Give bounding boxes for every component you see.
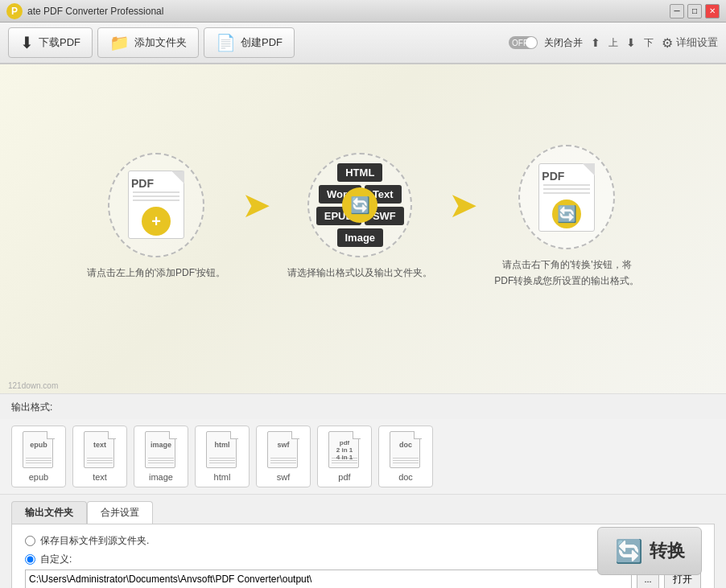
input-pdf-circle: PDF + — [108, 153, 204, 257]
html-file-icon: html — [206, 431, 238, 470]
minimize-button[interactable]: ─ — [670, 4, 684, 19]
image-tag: Image — [337, 228, 384, 247]
workflow-area: PDF + 请点击左上角的'添加PDF'按钮。 ➤ — [0, 64, 726, 394]
close-button[interactable]: ✕ — [705, 4, 720, 19]
toggle-knob — [526, 37, 537, 48]
app-icon: P — [6, 3, 23, 19]
format-image-button[interactable]: image image — [134, 426, 188, 487]
convert-label: 转换 — [650, 539, 685, 563]
step3-desc: 请点击右下角的'转换'按钮，将PDF转换成您所设置的输出格式。 — [494, 257, 639, 288]
format-circle: HTML Word Text EPUB SWF Image — [307, 153, 412, 257]
create-pdf-button[interactable]: 📄 创建PDF — [204, 27, 295, 58]
pdf-create-icon: 📄 — [216, 33, 236, 52]
html-tag: HTML — [337, 163, 382, 182]
folder-icon: 📁 — [109, 33, 130, 52]
html-label: html — [214, 472, 231, 482]
window-controls: ─ □ ✕ — [670, 4, 720, 19]
image-icon: image — [145, 431, 177, 470]
pdf2in1-icon: pdf2 in 14 in 1 — [328, 431, 361, 470]
step1: PDF + 请点击左上角的'添加PDF'按钮。 — [87, 153, 226, 281]
format-html-button[interactable]: html html — [195, 426, 250, 487]
toggle-track[interactable]: OFF — [509, 36, 538, 49]
workflow-diagram: PDF + 请点击左上角的'添加PDF'按钮。 ➤ — [87, 145, 640, 288]
merge-toggle-label: 关闭合并 — [544, 36, 583, 50]
step1-desc: 请点击左上角的'添加PDF'按钮。 — [87, 265, 226, 281]
app-title: ate PDF Converter Professional — [27, 6, 163, 17]
step2: HTML Word Text EPUB SWF Image — [287, 153, 432, 281]
image-label: image — [149, 472, 173, 482]
merge-toggle[interactable]: OFF 关闭合并 — [509, 36, 583, 50]
convert-icon: 🔄 — [615, 538, 643, 565]
settings-label: 详细设置 — [676, 35, 718, 50]
output-format-label: 输出格式: — [11, 401, 715, 414]
convert-button[interactable]: 🔄 转换 — [597, 527, 702, 575]
output-pdf-circle: PDF 🔄 — [518, 145, 615, 249]
download-pdf-label: 下载PDF — [39, 35, 80, 50]
gear-icon: ⚙ — [662, 35, 673, 51]
format-epub-button[interactable]: epub epub — [11, 426, 66, 487]
nav-up-label: 上 — [608, 36, 618, 50]
text-icon: text — [84, 431, 116, 470]
arrow1: ➤ — [241, 184, 271, 225]
radio-source-input[interactable] — [25, 536, 35, 546]
move-down-button[interactable]: ⬇ — [626, 36, 636, 49]
download-icon: ⬇ — [20, 33, 34, 52]
format-doc-button[interactable]: doc doc — [378, 426, 433, 487]
tab-merge-settings[interactable]: 合并设置 — [87, 501, 153, 524]
watermark: 121down.com — [8, 381, 58, 390]
format-center-icon: 🔄 — [342, 187, 377, 223]
pdf2in1-label: pdf — [338, 472, 350, 482]
swf-icon: swf — [267, 431, 299, 470]
create-pdf-label: 创建PDF — [241, 35, 283, 50]
output-pdf-label: PDF — [542, 170, 564, 183]
settings-button[interactable]: ⚙ 详细设置 — [662, 35, 718, 51]
refresh-badge: 🔄 — [552, 199, 581, 228]
toolbar: ⬇ 下载PDF 📁 添加文件夹 📄 创建PDF OFF 关闭合并 ⬆ 上 ⬇ 下 — [0, 23, 726, 64]
radio-custom-label: 自定义: — [40, 553, 72, 566]
step3: PDF 🔄 请点击右下角的'转换'按钮，将PDF转换成您所设置的输出格式。 — [494, 145, 639, 288]
text-label: text — [93, 472, 107, 482]
arrow2: ➤ — [448, 184, 478, 225]
nav-down-label: 下 — [644, 36, 654, 50]
move-up-button[interactable]: ⬆ — [591, 36, 600, 49]
format-pdf2in1-button[interactable]: pdf2 in 14 in 1 pdf — [317, 426, 372, 487]
epub-icon: epub — [23, 431, 55, 470]
pdf-label: PDF — [131, 177, 154, 190]
radio-source-label: 保存目标文件到源文件夹. — [40, 534, 149, 548]
format-swf-button[interactable]: swf swf — [256, 426, 311, 487]
toolbar-right: OFF 关闭合并 ⬆ 上 ⬇ 下 ⚙ 详细设置 — [509, 35, 718, 51]
add-badge: + — [142, 207, 171, 236]
pdf-lines — [133, 191, 179, 204]
input-pdf-icon: PDF + — [128, 171, 184, 239]
doc-label: doc — [398, 472, 413, 482]
tab-output-folder[interactable]: 输出文件夹 — [11, 501, 87, 524]
add-folder-button[interactable]: 📁 添加文件夹 — [97, 27, 199, 58]
path-input[interactable] — [25, 569, 632, 588]
epub-label: epub — [29, 472, 48, 482]
title-bar: P ate PDF Converter Professional ─ □ ✕ — [0, 0, 726, 23]
tab-header: 输出文件夹 合并设置 — [11, 501, 715, 524]
format-text-button[interactable]: text text — [72, 426, 127, 487]
convert-section: 🔄 转换 — [597, 527, 702, 575]
output-pdf-lines — [543, 184, 590, 196]
maximize-button[interactable]: □ — [687, 4, 702, 19]
add-folder-label: 添加文件夹 — [134, 35, 187, 50]
download-pdf-button[interactable]: ⬇ 下载PDF — [8, 27, 93, 58]
swf-label: swf — [277, 472, 291, 482]
format-icons-row: epub epub text text — [0, 419, 726, 495]
output-format-bar: 输出格式: — [0, 394, 726, 414]
doc-icon: doc — [390, 431, 422, 470]
step2-desc: 请选择输出格式以及输出文件夹。 — [287, 265, 432, 281]
output-pdf-icon: PDF 🔄 — [538, 163, 595, 232]
radio-custom-input[interactable] — [25, 554, 35, 565]
